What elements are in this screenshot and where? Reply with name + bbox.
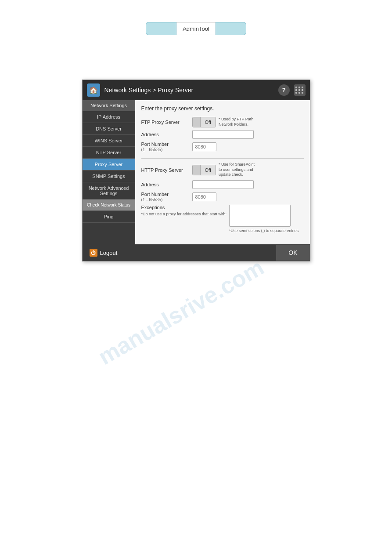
http-port-label: Port Number (1 - 65535) [141,192,190,202]
sidebar-item-check-network[interactable]: Check Network Status [83,200,135,211]
sidebar-item-ping[interactable]: Ping [83,211,135,223]
sidebar-item-dns-server[interactable]: DNS Server [83,123,135,135]
http-address-label: Address [141,182,190,187]
http-proxy-toggle[interactable]: Off [192,165,216,175]
dialog-footer: ⏻ Logout OK [83,244,310,261]
top-bar: AdminTool [13,22,379,35]
ftp-address-row: Address [141,130,304,139]
exceptions-row: Exceptions *Do not use a proxy for addre… [141,205,304,233]
ftp-toggle-thumb [193,117,201,127]
section-intro: Enter the proxy server settings. [141,105,304,112]
sidebar-item-ntp-server[interactable]: NTP Server [83,147,135,159]
http-address-row: Address [141,180,304,189]
ftp-toggle-note: * Used by FTP Path Network Folders. [219,117,258,127]
ftp-proxy-section: FTP Proxy Server Off * Used by FTP Path … [141,117,304,152]
sidebar-item-network-advanced[interactable]: Network Advanced Settings [83,182,135,200]
app-title: AdminTool [176,22,216,35]
top-left-button[interactable] [146,22,176,35]
logout-icon: ⏻ [90,249,97,257]
ftp-toggle-label: Off [201,117,216,127]
main-content: Enter the proxy server settings. FTP Pro… [135,100,310,244]
dialog-wrapper: 🏠 Network Settings > Proxy Server ? Netw… [0,53,392,270]
sidebar-item-proxy-server[interactable]: Proxy Server [83,159,135,170]
http-port-input[interactable] [192,192,216,201]
http-proxy-row: HTTP Proxy Server Off * Use for SharePoi… [141,162,304,178]
grid-icon[interactable] [294,84,306,96]
ftp-port-row: Port Number (1 - 65535) [141,141,304,152]
dialog-title: Network Settings > Proxy Server [104,87,274,94]
semi-colon-note: *Use semi-colons (;) to separate entries [229,229,298,233]
logout-label: Logout [100,250,118,256]
ftp-address-label: Address [141,132,190,137]
http-toggle-label: Off [201,165,216,175]
dialog-header: 🏠 Network Settings > Proxy Server ? [83,80,310,100]
logout-button[interactable]: ⏻ Logout [83,244,125,261]
home-icon[interactable]: 🏠 [87,83,100,97]
http-proxy-section: HTTP Proxy Server Off * Use for SharePoi… [141,162,304,233]
ftp-port-input[interactable] [192,142,216,151]
ftp-proxy-toggle[interactable]: Off [192,117,216,127]
sidebar-header: Network Settings [83,100,135,111]
ftp-address-input[interactable] [192,130,254,139]
http-address-input[interactable] [192,180,254,189]
sidebar-item-wins-server[interactable]: WINS Server [83,135,135,147]
watermark: manualsrive.com [94,254,268,370]
grid-dots [295,87,304,94]
help-icon[interactable]: ? [278,84,290,96]
exceptions-input[interactable] [229,205,291,227]
ftp-proxy-row: FTP Proxy Server Off * Used by FTP Path … [141,117,304,127]
top-right-button[interactable] [216,22,246,35]
sidebar-item-ip-address[interactable]: IP Address [83,111,135,123]
http-toggle-note: * Use for SharePoint to user settings an… [219,162,258,178]
main-dialog: 🏠 Network Settings > Proxy Server ? Netw… [82,80,310,261]
http-proxy-label: HTTP Proxy Server [141,167,190,173]
sidebar-item-snmp-settings[interactable]: SNMP Settings [83,170,135,182]
http-port-row: Port Number (1 - 65535) [141,192,304,202]
exceptions-note: *Do not use a proxy for addresses that s… [141,212,227,216]
sidebar: Network Settings IP Address DNS Server W… [83,100,135,244]
section-divider [141,158,304,159]
ftp-port-label: Port Number (1 - 65535) [141,141,190,152]
ftp-proxy-label: FTP Proxy Server [141,120,190,125]
ok-button[interactable]: OK [276,245,309,261]
dialog-body: Network Settings IP Address DNS Server W… [83,100,310,244]
http-toggle-thumb [193,165,201,175]
exceptions-label: Exceptions [141,205,227,210]
